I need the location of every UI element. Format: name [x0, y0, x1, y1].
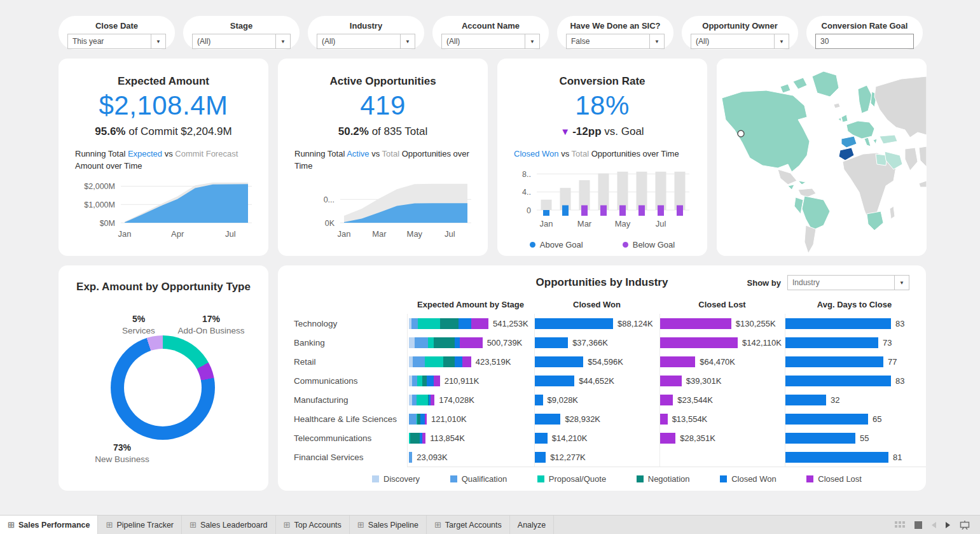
map-madagascar[interactable]	[890, 206, 895, 219]
tab-sales-leaderboard[interactable]: ⊞Sales Leaderboard	[182, 516, 276, 534]
avg-days-bar[interactable]	[785, 414, 868, 425]
stage-segment[interactable]	[434, 376, 439, 386]
chevron-down-icon[interactable]: ▼	[894, 276, 909, 290]
stage-segment[interactable]	[460, 337, 483, 348]
stage-legend-item[interactable]: Discovery	[372, 474, 420, 484]
closed-won-bar[interactable]	[535, 452, 546, 463]
tab-sales-performance[interactable]: ⊞Sales Performance	[0, 516, 98, 534]
chevron-down-icon[interactable]: ▼	[649, 34, 664, 48]
stage-segment[interactable]	[434, 337, 454, 348]
avg-days-bar[interactable]	[785, 337, 878, 348]
legend-item-above-goal[interactable]: Above Goal	[530, 240, 583, 249]
chevron-down-icon[interactable]: ▼	[525, 34, 539, 48]
avg-days-bar[interactable]	[785, 318, 891, 329]
stage-segment[interactable]	[440, 318, 459, 329]
closed-won-bar[interactable]	[535, 395, 543, 405]
stacked-stage-bar[interactable]	[409, 414, 427, 425]
tab-top-accounts[interactable]: ⊞Top Accounts	[276, 516, 350, 534]
stage-segment[interactable]	[415, 337, 428, 348]
stage-segment[interactable]	[462, 356, 471, 367]
avg-days-bar[interactable]	[785, 356, 883, 367]
stage-legend-item[interactable]: Qualification	[450, 474, 507, 484]
industry-dropdown[interactable]: (All) ▼	[317, 34, 415, 49]
stage-segment[interactable]	[455, 337, 460, 348]
stage-segment[interactable]	[425, 356, 443, 367]
stacked-stage-bar[interactable]	[409, 395, 434, 405]
stage-segment[interactable]	[471, 318, 489, 329]
stacked-stage-bar[interactable]	[409, 356, 471, 367]
stage-legend-item[interactable]: Negotiation	[637, 474, 690, 484]
stage-segment[interactable]	[428, 337, 434, 348]
chevron-down-icon[interactable]: ▼	[275, 34, 290, 48]
stage-segment[interactable]	[459, 318, 471, 329]
stage-segment[interactable]	[425, 414, 427, 425]
chevron-down-icon[interactable]: ▼	[400, 34, 415, 48]
stage-segment[interactable]	[418, 318, 440, 329]
tab-pipeline-tracker[interactable]: ⊞Pipeline Tracker	[98, 516, 182, 534]
stacked-stage-bar[interactable]	[409, 337, 483, 348]
map-marker[interactable]	[738, 130, 744, 137]
closed-won-bar[interactable]	[535, 356, 583, 367]
stage-segment[interactable]	[431, 395, 434, 405]
closed-lost-bar[interactable]	[660, 337, 738, 348]
stage-segment[interactable]	[417, 395, 428, 405]
stage-segment[interactable]	[409, 337, 415, 348]
stage-segment[interactable]	[422, 433, 425, 444]
stage-legend-item[interactable]: Proposal/Quote	[537, 474, 606, 484]
stage-segment[interactable]	[409, 452, 412, 463]
opportunity-type-donut[interactable]	[111, 335, 215, 440]
next-sheet-icon[interactable]	[946, 522, 950, 528]
stacked-stage-bar[interactable]	[409, 376, 440, 386]
tab-analyze[interactable]: Analyze	[510, 516, 554, 534]
stage-segment[interactable]	[411, 318, 418, 329]
stage-legend-item[interactable]: Closed Won	[720, 474, 776, 484]
previous-sheet-icon[interactable]	[932, 522, 936, 528]
closed-lost-bar[interactable]	[660, 356, 695, 367]
closed-won-bar[interactable]	[535, 433, 548, 444]
conversion-bar-chart[interactable]: 8..4..0JanMarMayJul	[506, 163, 697, 234]
presentation-mode-icon[interactable]	[960, 521, 970, 530]
legend-item-below-goal[interactable]: Below Goal	[623, 240, 675, 249]
stage-dropdown[interactable]: (All) ▼	[192, 34, 291, 49]
closed-lost-bar[interactable]	[660, 414, 668, 425]
map-iceland[interactable]	[834, 103, 840, 108]
stage-segment[interactable]	[410, 433, 419, 444]
opportunity-owner-dropdown[interactable]: (All) ▼	[691, 34, 789, 49]
world-map[interactable]	[717, 59, 927, 256]
avg-days-bar[interactable]	[785, 433, 855, 444]
expected-area-chart[interactable]: $2,000M$1,000M$0MJanAprJul	[67, 176, 258, 249]
stage-segment[interactable]	[417, 376, 422, 386]
closed-lost-bar[interactable]	[660, 376, 682, 386]
stacked-stage-bar[interactable]	[409, 433, 425, 444]
stage-segment[interactable]	[412, 376, 417, 386]
stage-segment[interactable]	[443, 356, 455, 367]
active-area-chart[interactable]: 0...0KJanMarMayJul	[287, 176, 478, 249]
tab-sales-pipeline[interactable]: ⊞Sales Pipeline	[350, 516, 427, 534]
closed-won-bar[interactable]	[535, 376, 574, 386]
stage-legend-item[interactable]: Closed Lost	[806, 474, 862, 484]
closed-won-bar[interactable]	[535, 414, 560, 425]
closed-lost-bar[interactable]	[660, 318, 731, 329]
closed-won-bar[interactable]	[535, 318, 613, 329]
avg-days-bar[interactable]	[785, 452, 888, 463]
conversion-rate-goal-input[interactable]: 30	[815, 34, 914, 49]
account-name-dropdown[interactable]: (All) ▼	[441, 34, 540, 49]
sic-dropdown[interactable]: False ▼	[566, 34, 665, 49]
chevron-down-icon[interactable]: ▼	[151, 34, 165, 48]
closed-lost-bar[interactable]	[660, 395, 673, 405]
stage-segment[interactable]	[455, 356, 462, 367]
close-date-dropdown[interactable]: This year ▼	[67, 34, 166, 49]
avg-days-bar[interactable]	[785, 376, 891, 386]
tab-target-accounts[interactable]: ⊞Target Accounts	[427, 516, 510, 534]
stage-segment[interactable]	[412, 395, 417, 405]
stacked-stage-bar[interactable]	[409, 452, 412, 463]
avg-days-bar[interactable]	[785, 395, 826, 405]
closed-won-bar[interactable]	[535, 337, 568, 348]
stage-segment[interactable]	[420, 414, 425, 425]
stage-segment[interactable]	[427, 376, 434, 386]
stage-segment[interactable]	[409, 414, 417, 425]
show-by-dropdown[interactable]: Industry ▼	[787, 275, 909, 290]
stacked-stage-bar[interactable]	[409, 318, 488, 329]
stage-segment[interactable]	[413, 356, 425, 367]
closed-lost-bar[interactable]	[660, 433, 675, 444]
